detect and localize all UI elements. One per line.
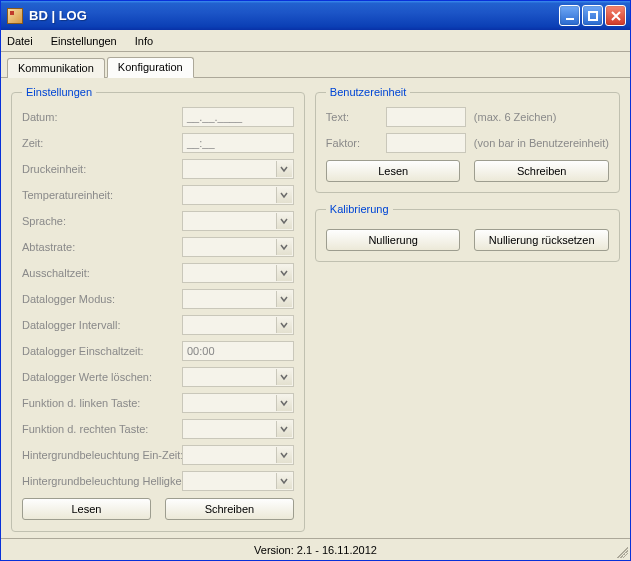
settings-row-sample_rate: Abtastrate:: [22, 236, 294, 258]
settings-row-backlight_on: Hintergrundbeleuchtung Ein-Zeit:: [22, 444, 294, 466]
menu-settings[interactable]: Einstellungen: [51, 35, 117, 47]
group-userunit: Benutzereinheit Text: (max. 6 Zeichen) F…: [315, 86, 620, 193]
settings-combo-temp_unit[interactable]: [182, 185, 294, 205]
calibration-zero-button[interactable]: Nullierung: [326, 229, 461, 251]
calibration-buttons: Nullierung Nullierung rücksetzen: [326, 229, 609, 251]
settings-row-pressure_unit: Druckeinheit:: [22, 158, 294, 180]
chevron-down-icon: [280, 269, 288, 277]
combo-button-dl_clear[interactable]: [276, 369, 292, 385]
chevron-down-icon: [280, 191, 288, 199]
settings-rows: Datum:__.__.____Zeit:__:__Druckeinheit:T…: [22, 106, 294, 492]
userunit-text-input[interactable]: [386, 107, 466, 127]
resize-grip-icon[interactable]: [614, 544, 628, 558]
settings-combo-dl_clear[interactable]: [182, 367, 294, 387]
settings-row-auto_off: Ausschaltzeit:: [22, 262, 294, 284]
settings-label-dl_on_time: Datalogger Einschaltzeit:: [22, 345, 182, 357]
calibration-zero-reset-button[interactable]: Nullierung rücksetzen: [474, 229, 609, 251]
statusbar: Version: 2.1 - 16.11.2012: [1, 538, 630, 560]
settings-row-fn_left: Funktion d. linken Taste:: [22, 392, 294, 414]
combo-button-backlight_bright[interactable]: [276, 473, 292, 489]
settings-row-temp_unit: Temperatureinheit:: [22, 184, 294, 206]
userunit-text-hint: (max. 6 Zeichen): [474, 111, 557, 123]
combo-button-sample_rate[interactable]: [276, 239, 292, 255]
settings-label-fn_left: Funktion d. linken Taste:: [22, 397, 182, 409]
settings-label-temp_unit: Temperatureinheit:: [22, 189, 182, 201]
app-window: BD | LOG Datei Einstellungen Info Kommun…: [0, 0, 631, 561]
menu-file[interactable]: Datei: [7, 35, 33, 47]
settings-value-dl_on_time: 00:00: [187, 345, 215, 357]
maximize-button[interactable]: [582, 5, 603, 26]
settings-label-auto_off: Ausschaltzeit:: [22, 267, 182, 279]
minimize-button[interactable]: [559, 5, 580, 26]
settings-input-date[interactable]: __.__.____: [182, 107, 294, 127]
left-column: Einstellungen Datum:__.__.____Zeit:__:__…: [11, 86, 305, 532]
window-buttons: [559, 5, 626, 26]
settings-combo-backlight_on[interactable]: [182, 445, 294, 465]
settings-combo-auto_off[interactable]: [182, 263, 294, 283]
combo-button-temp_unit[interactable]: [276, 187, 292, 203]
group-settings: Einstellungen Datum:__.__.____Zeit:__:__…: [11, 86, 305, 532]
settings-row-dl_mode: Datalogger Modus:: [22, 288, 294, 310]
chevron-down-icon: [280, 477, 288, 485]
settings-label-dl_interval: Datalogger Intervall:: [22, 319, 182, 331]
settings-combo-language[interactable]: [182, 211, 294, 231]
combo-button-fn_left[interactable]: [276, 395, 292, 411]
settings-row-fn_right: Funktion d. rechten Taste:: [22, 418, 294, 440]
chevron-down-icon: [280, 373, 288, 381]
settings-combo-sample_rate[interactable]: [182, 237, 294, 257]
settings-combo-pressure_unit[interactable]: [182, 159, 294, 179]
settings-label-backlight_on: Hintergrundbeleuchtung Ein-Zeit:: [22, 449, 182, 461]
userunit-buttons: Lesen Schreiben: [326, 160, 609, 182]
group-calibration: Kalibrierung Nullierung Nullierung rücks…: [315, 203, 620, 262]
combo-button-backlight_on[interactable]: [276, 447, 292, 463]
tab-communication[interactable]: Kommunikation: [7, 58, 105, 78]
chevron-down-icon: [280, 399, 288, 407]
chevron-down-icon: [280, 321, 288, 329]
userunit-write-button[interactable]: Schreiben: [474, 160, 609, 182]
combo-button-fn_right[interactable]: [276, 421, 292, 437]
userunit-factor-row: Faktor: (von bar in Benutzereinheit): [326, 132, 609, 154]
settings-buttons: Lesen Schreiben: [22, 498, 294, 520]
combo-button-auto_off[interactable]: [276, 265, 292, 281]
settings-label-time: Zeit:: [22, 137, 182, 149]
window-title: BD | LOG: [29, 8, 559, 23]
chevron-down-icon: [280, 425, 288, 433]
settings-label-language: Sprache:: [22, 215, 182, 227]
combo-button-dl_interval[interactable]: [276, 317, 292, 333]
maximize-icon: [587, 10, 599, 22]
settings-read-button[interactable]: Lesen: [22, 498, 151, 520]
settings-label-sample_rate: Abtastrate:: [22, 241, 182, 253]
settings-label-date: Datum:: [22, 111, 182, 123]
userunit-factor-input[interactable]: [386, 133, 466, 153]
combo-button-pressure_unit[interactable]: [276, 161, 292, 177]
settings-row-backlight_bright: Hintergrundbeleuchtung Helligkeit:: [22, 470, 294, 492]
settings-combo-fn_left[interactable]: [182, 393, 294, 413]
settings-row-dl_interval: Datalogger Intervall:: [22, 314, 294, 336]
menu-info[interactable]: Info: [135, 35, 153, 47]
tab-configuration[interactable]: Konfiguration: [107, 57, 194, 78]
settings-row-dl_on_time: Datalogger Einschaltzeit:00:00: [22, 340, 294, 362]
settings-label-dl_mode: Datalogger Modus:: [22, 293, 182, 305]
settings-row-dl_clear: Datalogger Werte löschen:: [22, 366, 294, 388]
settings-input-time[interactable]: __:__: [182, 133, 294, 153]
settings-combo-backlight_bright[interactable]: [182, 471, 294, 491]
settings-row-language: Sprache:: [22, 210, 294, 232]
app-icon: [7, 8, 23, 24]
combo-button-language[interactable]: [276, 213, 292, 229]
settings-combo-fn_right[interactable]: [182, 419, 294, 439]
minimize-icon: [564, 10, 576, 22]
svg-rect-1: [589, 12, 597, 20]
menubar: Datei Einstellungen Info: [1, 30, 630, 52]
close-button[interactable]: [605, 5, 626, 26]
settings-write-button[interactable]: Schreiben: [165, 498, 294, 520]
combo-button-dl_mode[interactable]: [276, 291, 292, 307]
userunit-read-button[interactable]: Lesen: [326, 160, 461, 182]
settings-row-time: Zeit:__:__: [22, 132, 294, 154]
settings-combo-dl_interval[interactable]: [182, 315, 294, 335]
titlebar: BD | LOG: [1, 1, 630, 30]
settings-input-dl_on_time[interactable]: 00:00: [182, 341, 294, 361]
chevron-down-icon: [280, 295, 288, 303]
settings-combo-dl_mode[interactable]: [182, 289, 294, 309]
userunit-text-row: Text: (max. 6 Zeichen): [326, 106, 609, 128]
settings-label-pressure_unit: Druckeinheit:: [22, 163, 182, 175]
